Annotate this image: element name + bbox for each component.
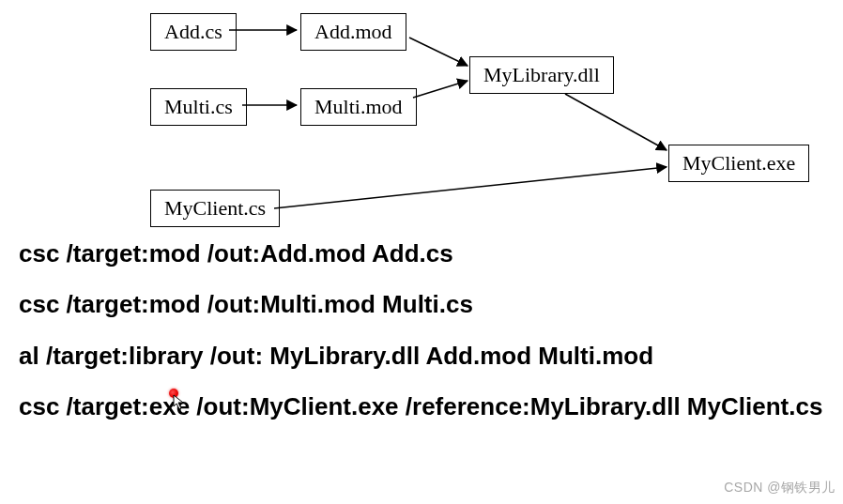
svg-line-3 [413,81,467,98]
watermark-text: CSDN @钢铁男儿 [724,480,835,496]
svg-line-5 [274,167,667,208]
box-multi-mod: Multi.mod [300,88,417,126]
box-add-mod: Add.mod [300,13,406,51]
box-myclient-cs: MyClient.cs [150,190,280,227]
diagram-arrows [0,0,843,230]
svg-line-4 [565,94,667,150]
command-block: csc /target:mod /out:Add.mod Add.cs csc … [19,237,826,441]
box-add-cs: Add.cs [150,13,237,51]
command-line-4: csc /target:exe /out:MyClient.exe /refer… [19,389,826,423]
box-mylib-dll: MyLibrary.dll [469,56,614,94]
svg-line-2 [409,38,467,66]
command-line-1: csc /target:mod /out:Add.mod Add.cs [19,237,826,270]
command-line-3: al /target:library /out: MyLibrary.dll A… [19,339,826,373]
box-multi-cs: Multi.cs [150,88,247,126]
command-line-2: csc /target:mod /out:Multi.mod Multi.cs [19,287,826,321]
box-myclient-exe: MyClient.exe [668,145,809,182]
